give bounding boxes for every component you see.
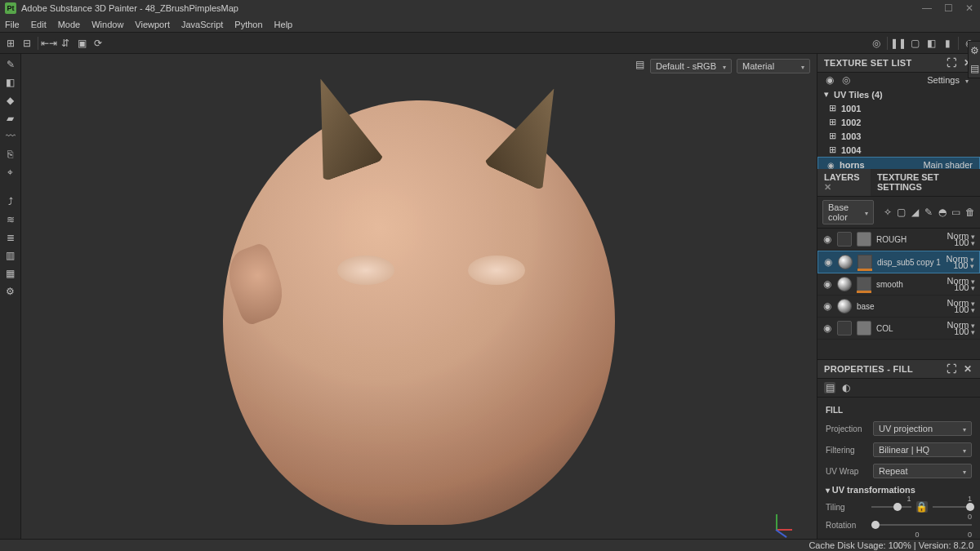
- delete-layer-icon[interactable]: 🗑: [965, 207, 975, 218]
- layer-row[interactable]: ◉ smooth Norm ▾ 100 ▾: [817, 273, 980, 295]
- offset-x-slider[interactable]: 0: [871, 537, 920, 539]
- uvwrap-dropdown[interactable]: Repeat: [873, 464, 972, 478]
- settings-icon[interactable]: ⚙: [5, 286, 16, 297]
- brush-tool-icon[interactable]: ✎: [5, 59, 16, 70]
- expand-icon[interactable]: ⛶: [946, 57, 957, 69]
- eye-icon[interactable]: ◉: [822, 278, 832, 290]
- layer-row[interactable]: ◉ base Norm ▾ 100 ▾: [817, 295, 980, 318]
- maximize-button[interactable]: ☐: [942, 2, 954, 14]
- mirror-x-icon[interactable]: ⇤⇥: [43, 38, 55, 49]
- uv-transformations-grouper[interactable]: ▾ UV transformations: [826, 485, 972, 495]
- mask-icon[interactable]: ▢: [897, 207, 906, 218]
- bake-icon[interactable]: ≋: [5, 214, 16, 225]
- pause-icon[interactable]: ❚❚: [893, 38, 904, 49]
- add-paint-layer-icon[interactable]: ✎: [924, 207, 933, 218]
- eye-icon[interactable]: ◉: [822, 233, 832, 245]
- mirror-y-icon[interactable]: ⇵: [60, 38, 71, 49]
- offset-label: Offset: [826, 539, 866, 540]
- fill-tool-icon[interactable]: ▰: [5, 113, 16, 124]
- add-fill-layer-icon[interactable]: ◢: [911, 207, 920, 218]
- projection-tool-icon[interactable]: ◆: [5, 95, 16, 106]
- eye-icon[interactable]: ◉: [824, 74, 835, 86]
- eye-icon[interactable]: ◉: [825, 159, 836, 169]
- eye-icon[interactable]: ◉: [822, 322, 832, 334]
- tab-texture-set-settings[interactable]: TEXTURE SET SETTINGS: [871, 169, 980, 196]
- expand-icon[interactable]: ⛶: [946, 363, 957, 375]
- export-icon[interactable]: ⤴: [5, 196, 16, 207]
- channel-dropdown[interactable]: Base color: [822, 200, 874, 224]
- tab-layers[interactable]: LAYERS ✕: [817, 169, 871, 196]
- close-panel-icon[interactable]: ✕: [962, 363, 973, 375]
- menu-edit[interactable]: Edit: [31, 20, 47, 29]
- vtab-layers-icon[interactable]: ▤: [969, 63, 981, 74]
- uv-tile-row[interactable]: ⊞1003: [817, 129, 980, 143]
- filtering-dropdown[interactable]: Bilinear | HQ: [873, 442, 972, 457]
- refresh-icon[interactable]: ⟳: [92, 38, 104, 49]
- viewport-3d[interactable]: ▤ Default - sRGB Material: [21, 54, 817, 539]
- texture-set-list: ◉ ◎ Settings ▾ UV Tiles (4) ⊞1001 ⊞1002 …: [817, 73, 980, 169]
- material-dropdown[interactable]: Material: [737, 59, 810, 73]
- layer-mask[interactable]: [858, 255, 872, 269]
- folder-thumb-icon: [837, 321, 852, 335]
- iray-icon[interactable]: ◎: [871, 38, 882, 49]
- layer-row[interactable]: ◉ disp_sub5 copy 1 Norm ▾ 100 ▾: [817, 251, 980, 273]
- offset-y-slider[interactable]: 0: [924, 537, 973, 539]
- smudge-tool-icon[interactable]: 〰: [5, 131, 16, 142]
- filtering-label: Filtering: [826, 446, 866, 455]
- effect-icon[interactable]: ✧: [884, 207, 893, 218]
- uv-tile-row[interactable]: ⊞1001: [817, 101, 980, 115]
- menu-file[interactable]: File: [5, 20, 20, 29]
- resources-icon[interactable]: ▥: [5, 250, 16, 261]
- colorspace-icon[interactable]: ▤: [634, 59, 645, 70]
- layers-stack: ◉ ROUGH Norm ▾ 100 ▾ ◉ disp_sub5 copy 1 …: [817, 229, 980, 359]
- settings-dropdown[interactable]: Settings: [922, 74, 973, 86]
- menu-viewport[interactable]: Viewport: [135, 20, 170, 29]
- eye-icon[interactable]: ◉: [822, 300, 832, 312]
- eye-icon[interactable]: ◉: [823, 256, 833, 268]
- frame-icon[interactable]: ▣: [76, 38, 87, 49]
- layers-shortcut-icon[interactable]: ≣: [5, 232, 16, 243]
- grid-3d-icon[interactable]: ⊞: [5, 38, 16, 49]
- view-mode-icon[interactable]: ▢: [909, 38, 920, 49]
- cube-icon[interactable]: ◧: [925, 38, 937, 49]
- eraser-tool-icon[interactable]: ◧: [5, 77, 16, 88]
- picker-tool-icon[interactable]: ⌖: [5, 167, 16, 178]
- vtab-gear-icon[interactable]: ⚙: [969, 45, 981, 56]
- menu-mode[interactable]: Mode: [58, 20, 81, 29]
- layer-thumb: [857, 321, 871, 335]
- grid-2d-icon[interactable]: ⊟: [21, 38, 33, 49]
- camera-icon[interactable]: ▮: [942, 38, 953, 49]
- uv-tile-row[interactable]: ⊞1002: [817, 115, 980, 129]
- close-button[interactable]: ✕: [964, 2, 975, 14]
- tiling-y-slider[interactable]: 1: [933, 501, 973, 513]
- model-preview[interactable]: [207, 68, 631, 525]
- divider: [887, 37, 888, 50]
- tsl-header-row: ◉ ◎ Settings: [817, 73, 980, 87]
- fill-mode-icon[interactable]: ▤: [824, 382, 835, 393]
- add-smart-icon[interactable]: ◓: [938, 207, 947, 218]
- tiling-x-slider[interactable]: 1: [871, 501, 911, 513]
- layer-row[interactable]: ◉ ROUGH Norm ▾ 100 ▾: [817, 229, 980, 251]
- menu-python[interactable]: Python: [234, 20, 262, 29]
- rotation-slider-a[interactable]: 0: [871, 519, 972, 531]
- layer-row[interactable]: ◉ COL Norm ▾ 100 ▾: [817, 318, 980, 340]
- menu-javascript[interactable]: JavaScript: [181, 20, 223, 29]
- clone-tool-icon[interactable]: ⎘: [5, 149, 16, 160]
- menu-window[interactable]: Window: [91, 20, 123, 29]
- material-mode-icon[interactable]: ◐: [840, 382, 852, 393]
- minimize-button[interactable]: —: [921, 2, 933, 14]
- projection-dropdown[interactable]: UV projection: [873, 421, 972, 436]
- close-tab-icon[interactable]: ✕: [824, 182, 831, 192]
- layer-mask[interactable]: [857, 277, 871, 291]
- add-folder-icon[interactable]: ▭: [951, 207, 960, 218]
- texture-set-horns[interactable]: ◉horns Main shader: [817, 157, 980, 169]
- axis-gizmo[interactable]: [776, 498, 808, 531]
- eye-solo-icon[interactable]: ◎: [840, 74, 852, 86]
- chevron-down-icon: [960, 445, 966, 455]
- texture-icon[interactable]: ▦: [5, 268, 16, 279]
- lock-icon[interactable]: 🔒: [916, 501, 928, 513]
- uv-tile-row[interactable]: ⊞1004: [817, 143, 980, 157]
- uv-tiles-grouper[interactable]: ▾ UV Tiles (4): [817, 87, 980, 101]
- menu-help[interactable]: Help: [274, 20, 293, 29]
- colorspace-dropdown[interactable]: Default - sRGB: [650, 59, 732, 73]
